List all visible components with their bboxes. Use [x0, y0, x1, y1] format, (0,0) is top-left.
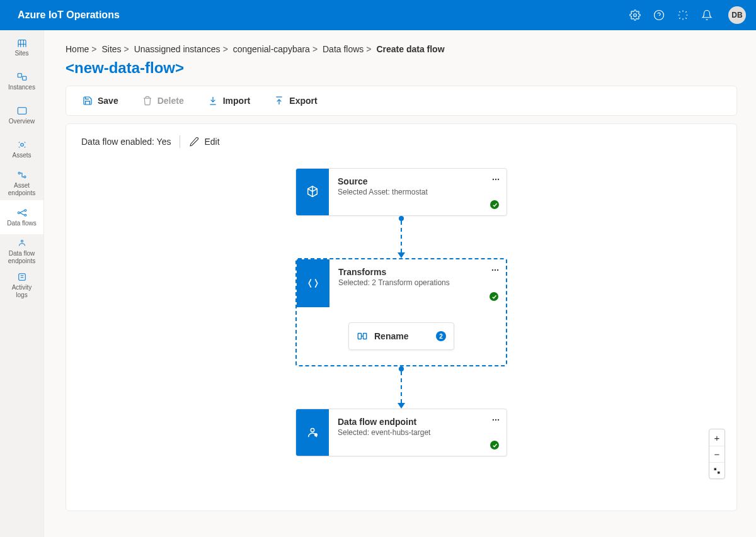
svg-point-10	[24, 210, 26, 212]
crumb-instance[interactable]: congenial-capybara	[233, 44, 310, 54]
top-icons: DB	[629, 6, 746, 24]
page-title: <new-data-flow>	[66, 59, 737, 77]
svg-rect-20	[358, 334, 361, 339]
edit-button[interactable]: Edit	[189, 137, 219, 147]
transforms-node[interactable]: Transforms Selected: 2 Transform operati…	[295, 258, 507, 366]
crumb-current: Create data flow	[376, 44, 444, 54]
svg-point-26	[498, 419, 499, 421]
sidebar-item-asset-endpoints[interactable]: Asset endpoints	[0, 166, 43, 200]
endpoint-subtitle: Selected: event-hubs-target	[338, 428, 498, 437]
svg-point-18	[495, 269, 496, 271]
transforms-check-icon	[490, 292, 498, 301]
sidebar-item-data-flow-endpoints[interactable]: Data flow endpoints	[0, 234, 43, 268]
dataflow-enabled-label: Data flow enabled: Yes	[81, 137, 171, 147]
svg-rect-5	[18, 108, 26, 115]
breadcrumb: Home> Sites> Unassigned instances> conge…	[66, 44, 737, 54]
svg-point-15	[495, 179, 496, 180]
endpoint-node[interactable]: Data flow endpoint Selected: event-hubs-…	[295, 409, 507, 456]
zoom-controls: + −	[709, 429, 725, 479]
top-bar: Azure IoT Operations DB	[0, 0, 756, 30]
sidebar: Sites Instances Overview Assets Asset en…	[0, 30, 44, 537]
source-title: Source	[338, 176, 498, 186]
svg-rect-28	[718, 472, 720, 474]
transforms-more-icon[interactable]	[491, 266, 500, 276]
source-more-icon[interactable]	[491, 175, 500, 186]
transforms-subtitle: Selected: 2 Transform operations	[338, 278, 497, 287]
svg-point-22	[311, 429, 314, 432]
flow-canvas: Data flow enabled: Yes Edit Source Selec…	[66, 123, 737, 511]
source-subtitle: Selected Asset: thermostat	[338, 188, 498, 196]
rename-operation[interactable]: Rename 2	[348, 322, 454, 350]
svg-rect-13	[18, 274, 25, 281]
content: Home> Sites> Unassigned instances> conge…	[44, 30, 756, 537]
rename-icon	[357, 331, 368, 342]
save-button[interactable]: Save	[83, 96, 118, 106]
svg-point-14	[493, 179, 494, 180]
svg-point-8	[24, 176, 26, 178]
svg-point-6	[20, 144, 23, 147]
source-node[interactable]: Source Selected Asset: thermostat	[295, 168, 507, 216]
connector-2	[401, 366, 402, 409]
zoom-in-button[interactable]: +	[709, 429, 724, 446]
svg-point-23	[315, 434, 318, 436]
svg-point-11	[24, 214, 26, 216]
endpoint-more-icon[interactable]	[491, 415, 500, 426]
svg-point-9	[18, 212, 20, 213]
svg-point-24	[493, 419, 494, 421]
export-button[interactable]: Export	[274, 96, 317, 106]
settings-icon[interactable]	[629, 9, 641, 21]
notifications-icon[interactable]	[701, 9, 713, 21]
whats-new-icon[interactable]	[677, 9, 689, 21]
crumb-sites[interactable]: Sites	[101, 44, 121, 54]
svg-rect-3	[18, 74, 21, 77]
sidebar-item-activity-logs[interactable]: Activity logs	[0, 268, 43, 302]
svg-point-12	[21, 240, 23, 242]
transforms-icon	[297, 259, 329, 307]
rename-count-badge: 2	[436, 331, 446, 341]
status-row: Data flow enabled: Yes Edit	[66, 124, 736, 159]
connector-1	[401, 216, 402, 258]
sidebar-item-data-flows[interactable]: Data flows	[0, 200, 43, 234]
import-button[interactable]: Import	[208, 96, 251, 106]
source-check-icon	[490, 200, 499, 209]
zoom-fit-button[interactable]	[709, 462, 724, 478]
svg-point-0	[634, 14, 637, 17]
endpoint-icon	[296, 409, 329, 456]
svg-point-25	[495, 419, 496, 421]
zoom-out-button[interactable]: −	[709, 446, 724, 462]
transforms-title: Transforms	[338, 267, 497, 277]
sidebar-item-assets[interactable]: Assets	[0, 132, 43, 166]
sidebar-item-instances[interactable]: Instances	[0, 64, 43, 98]
sidebar-item-overview[interactable]: Overview	[0, 98, 43, 132]
svg-rect-4	[22, 76, 26, 80]
svg-rect-27	[714, 468, 717, 470]
help-icon[interactable]	[653, 9, 665, 21]
svg-point-17	[492, 269, 493, 271]
crumb-dataflows[interactable]: Data flows	[323, 44, 364, 54]
source-icon	[296, 169, 329, 215]
svg-rect-21	[364, 334, 367, 339]
svg-point-1	[655, 11, 664, 20]
toolbar: Save Delete Import Export	[66, 86, 737, 116]
flow-diagram: Source Selected Asset: thermostat	[66, 168, 736, 456]
user-avatar[interactable]: DB	[728, 6, 746, 24]
endpoint-check-icon	[490, 441, 499, 449]
brand-title: Azure IoT Operations	[18, 9, 629, 21]
sidebar-item-sites[interactable]: Sites	[0, 30, 43, 64]
svg-point-7	[18, 172, 20, 174]
crumb-home[interactable]: Home	[66, 44, 89, 54]
delete-button: Delete	[142, 96, 184, 106]
endpoint-title: Data flow endpoint	[338, 417, 498, 427]
svg-point-19	[497, 269, 498, 271]
svg-point-16	[498, 179, 499, 180]
crumb-unassigned[interactable]: Unassigned instances	[134, 44, 220, 54]
